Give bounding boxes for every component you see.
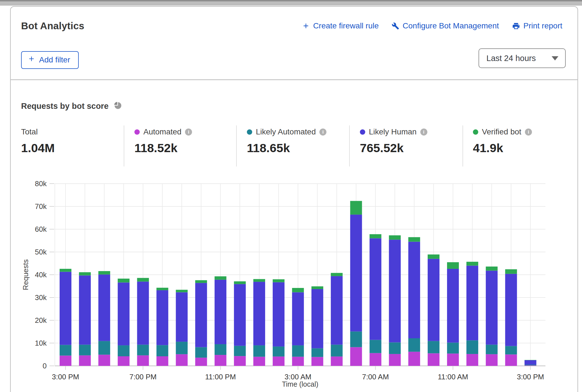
bar-segment-automated[interactable] — [137, 355, 149, 366]
bar-segment-automated[interactable] — [350, 347, 362, 366]
bar-segment-verified-bot[interactable] — [195, 280, 207, 283]
bar-segment-likely-automated[interactable] — [273, 346, 285, 357]
bar-segment-likely-automated[interactable] — [369, 340, 381, 353]
bar-segment-likely-automated[interactable] — [525, 365, 536, 365]
bar-segment-likely-human[interactable] — [176, 292, 188, 342]
bar-segment-automated[interactable] — [176, 354, 188, 366]
bar-segment-likely-human[interactable] — [98, 274, 110, 341]
bar-segment-automated[interactable] — [389, 354, 401, 366]
bar-segment-automated[interactable] — [195, 358, 207, 366]
bar-segment-likely-human[interactable] — [525, 360, 536, 365]
info-icon[interactable]: i — [185, 129, 192, 136]
bar-segment-verified-bot[interactable] — [98, 271, 110, 274]
bar-segment-verified-bot[interactable] — [292, 288, 304, 292]
bar-segment-likely-automated[interactable] — [350, 332, 362, 347]
bar-segment-automated[interactable] — [331, 357, 343, 366]
bar-segment-verified-bot[interactable] — [466, 262, 478, 266]
bar-segment-verified-bot[interactable] — [447, 262, 459, 269]
bar-segment-likely-automated[interactable] — [98, 341, 110, 355]
bar-segment-verified-bot[interactable] — [215, 276, 226, 280]
bar-segment-likely-automated[interactable] — [389, 343, 401, 354]
info-icon[interactable]: i — [525, 129, 532, 136]
bar-segment-likely-human[interactable] — [447, 269, 459, 343]
bar-segment-automated[interactable] — [215, 355, 226, 366]
bar-segment-verified-bot[interactable] — [60, 269, 71, 272]
bar-segment-verified-bot[interactable] — [428, 254, 439, 259]
bar-segment-verified-bot[interactable] — [312, 286, 323, 289]
bar-segment-likely-human[interactable] — [331, 276, 343, 345]
bar-segment-likely-automated[interactable] — [79, 345, 91, 355]
bar-segment-automated[interactable] — [157, 356, 168, 366]
bar-segment-automated[interactable] — [369, 353, 381, 366]
bar-segment-likely-automated[interactable] — [505, 346, 517, 355]
bar-segment-likely-human[interactable] — [137, 281, 149, 344]
bar-segment-likely-human[interactable] — [79, 275, 91, 344]
bar-segment-verified-bot[interactable] — [505, 269, 517, 274]
bar-segment-verified-bot[interactable] — [369, 234, 381, 238]
bar-segment-verified-bot[interactable] — [79, 272, 91, 275]
bar-segment-automated[interactable] — [525, 365, 536, 366]
bar-segment-verified-bot[interactable] — [118, 279, 130, 283]
bar-segment-likely-automated[interactable] — [176, 342, 188, 354]
bar-segment-likely-human[interactable] — [292, 292, 304, 345]
bar-segment-verified-bot[interactable] — [525, 360, 536, 360]
bar-segment-likely-automated[interactable] — [157, 345, 168, 356]
bar-segment-likely-automated[interactable] — [331, 345, 343, 357]
bar-segment-verified-bot[interactable] — [273, 279, 285, 282]
time-range-select[interactable]: Last 24 hours — [479, 48, 566, 68]
bar-segment-automated[interactable] — [447, 353, 459, 366]
bar-segment-verified-bot[interactable] — [408, 237, 420, 242]
bar-segment-automated[interactable] — [428, 353, 439, 366]
bar-segment-verified-bot[interactable] — [234, 281, 246, 284]
bar-segment-automated[interactable] — [408, 352, 420, 366]
add-filter-button[interactable]: Add filter — [21, 51, 79, 69]
bar-segment-likely-automated[interactable] — [195, 347, 207, 358]
bar-segment-likely-automated[interactable] — [234, 346, 246, 356]
bar-segment-likely-automated[interactable] — [137, 345, 149, 355]
bar-segment-likely-human[interactable] — [408, 242, 420, 338]
bar-segment-likely-automated[interactable] — [428, 341, 439, 353]
bar-segment-automated[interactable] — [273, 357, 285, 366]
bar-segment-automated[interactable] — [234, 356, 246, 366]
bar-segment-likely-automated[interactable] — [447, 343, 459, 353]
bar-segment-likely-human[interactable] — [273, 282, 285, 346]
print-report-link[interactable]: Print report — [512, 21, 563, 30]
bar-segment-automated[interactable] — [312, 357, 323, 366]
bar-segment-verified-bot[interactable] — [176, 290, 188, 292]
configure-bot-management-link[interactable]: Configure Bot Management — [392, 21, 499, 30]
bar-segment-likely-human[interactable] — [118, 283, 130, 346]
bar-segment-likely-human[interactable] — [157, 290, 168, 345]
bar-segment-likely-human[interactable] — [466, 266, 478, 341]
bar-segment-likely-human[interactable] — [505, 274, 517, 346]
bar-segment-automated[interactable] — [253, 357, 265, 366]
bar-segment-likely-automated[interactable] — [312, 348, 323, 357]
bar-segment-likely-automated[interactable] — [408, 338, 420, 352]
bar-segment-automated[interactable] — [486, 354, 498, 366]
bar-segment-likely-human[interactable] — [234, 284, 246, 346]
bar-segment-likely-human[interactable] — [369, 238, 381, 340]
bar-segment-likely-human[interactable] — [215, 280, 226, 344]
bar-segment-automated[interactable] — [292, 357, 304, 366]
create-firewall-rule-link[interactable]: Create firewall rule — [302, 21, 379, 30]
bar-segment-likely-automated[interactable] — [486, 345, 498, 354]
bar-segment-verified-bot[interactable] — [157, 288, 168, 290]
bar-segment-likely-automated[interactable] — [292, 345, 304, 357]
bar-segment-automated[interactable] — [505, 355, 517, 366]
bar-segment-automated[interactable] — [466, 354, 478, 366]
info-icon[interactable]: i — [420, 129, 427, 136]
bar-segment-automated[interactable] — [118, 356, 130, 366]
bar-segment-automated[interactable] — [98, 355, 110, 366]
bar-segment-verified-bot[interactable] — [350, 201, 362, 215]
bar-segment-likely-automated[interactable] — [466, 340, 478, 354]
bar-segment-verified-bot[interactable] — [137, 278, 149, 281]
info-icon[interactable]: i — [319, 129, 326, 136]
bar-segment-likely-automated[interactable] — [253, 345, 265, 357]
bar-segment-verified-bot[interactable] — [389, 235, 401, 240]
bar-segment-automated[interactable] — [79, 355, 91, 366]
bar-segment-likely-human[interactable] — [253, 282, 265, 345]
bar-segment-likely-automated[interactable] — [215, 344, 226, 355]
bar-segment-verified-bot[interactable] — [486, 267, 498, 271]
bar-segment-likely-human[interactable] — [350, 215, 362, 332]
bar-segment-likely-human[interactable] — [389, 240, 401, 342]
bar-segment-likely-automated[interactable] — [118, 345, 130, 356]
